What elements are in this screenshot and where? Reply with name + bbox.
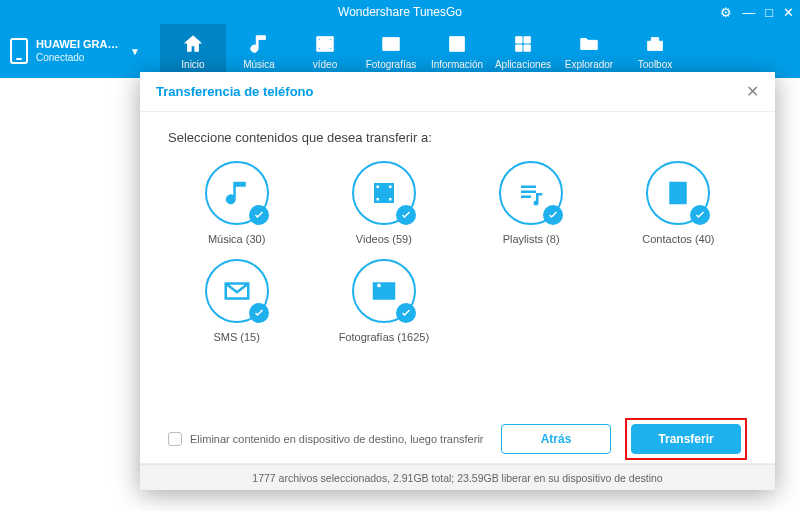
- videos-circle: [352, 161, 416, 225]
- tab-explorer[interactable]: Explorador: [556, 24, 622, 78]
- contact-book-icon: [663, 178, 693, 208]
- music-circle: [205, 161, 269, 225]
- dialog-header: Transferencia de teléfono ✕: [140, 72, 775, 112]
- video-icon: [314, 33, 336, 55]
- apps-icon: [512, 33, 534, 55]
- checkmark-icon: [396, 205, 416, 225]
- category-label: Videos (59): [356, 233, 412, 245]
- tab-music[interactable]: Música: [226, 24, 292, 78]
- checkbox-icon: [168, 432, 182, 446]
- window-controls: ⚙ ― □ ✕: [720, 0, 794, 24]
- top-bar: HUAWEI GRA-T... Conectado ▼ Inicio Músic…: [0, 24, 800, 78]
- music-icon: [248, 33, 270, 55]
- film-icon: [369, 178, 399, 208]
- tab-label: Información: [431, 59, 483, 70]
- contacts-circle: [646, 161, 710, 225]
- dialog-status-bar: 1777 archivos seleccionados, 2.91GB tota…: [140, 464, 775, 490]
- phone-icon: [10, 38, 28, 64]
- toolbox-icon: [644, 33, 666, 55]
- image-icon: [369, 276, 399, 306]
- category-label: SMS (15): [213, 331, 259, 343]
- checkmark-icon: [690, 205, 710, 225]
- chevron-down-icon: ▼: [130, 46, 140, 57]
- category-label: Fotografías (1625): [339, 331, 430, 343]
- music-note-icon: [222, 178, 252, 208]
- tab-photos[interactable]: Fotografías: [358, 24, 424, 78]
- playlists-circle: [499, 161, 563, 225]
- category-contacts[interactable]: Contactos (40): [610, 161, 747, 245]
- checkmark-icon: [543, 205, 563, 225]
- category-music[interactable]: Música (30): [168, 161, 305, 245]
- maximize-icon[interactable]: □: [765, 6, 773, 19]
- checkbox-label: Eliminar contenido en dispositivo de des…: [190, 433, 484, 445]
- sms-circle: [205, 259, 269, 323]
- category-grid: Música (30) Videos (59) Playlists (8): [168, 161, 747, 343]
- home-icon: [182, 33, 204, 55]
- dialog-footer: Eliminar contenido en dispositivo de des…: [140, 414, 775, 464]
- title-bar: Wondershare TunesGo ⚙ ― □ ✕: [0, 0, 800, 24]
- tab-label: Explorador: [565, 59, 613, 70]
- tab-info[interactable]: Información: [424, 24, 490, 78]
- category-playlists[interactable]: Playlists (8): [463, 161, 600, 245]
- device-name: HUAWEI GRA-T...: [36, 38, 122, 51]
- checkmark-icon: [249, 205, 269, 225]
- tab-toolbox[interactable]: Toolbox: [622, 24, 688, 78]
- gear-icon[interactable]: ⚙: [720, 6, 732, 19]
- tab-apps[interactable]: Aplicaciones: [490, 24, 556, 78]
- close-icon[interactable]: ✕: [783, 6, 794, 19]
- envelope-icon: [222, 276, 252, 306]
- device-status: Conectado: [36, 52, 122, 64]
- category-sms[interactable]: SMS (15): [168, 259, 305, 343]
- nav-tabs: Inicio Música vídeo Fotografías Informac…: [150, 24, 688, 78]
- back-button[interactable]: Atrás: [501, 424, 611, 454]
- tab-label: Aplicaciones: [495, 59, 551, 70]
- transfer-highlight: Transferir: [625, 418, 747, 460]
- tab-home[interactable]: Inicio: [160, 24, 226, 78]
- category-label: Contactos (40): [642, 233, 714, 245]
- photos-circle: [352, 259, 416, 323]
- app-title: Wondershare TunesGo: [338, 5, 462, 19]
- transfer-button[interactable]: Transferir: [631, 424, 741, 454]
- status-text: 1777 archivos seleccionados, 2.91GB tota…: [252, 472, 662, 484]
- category-videos[interactable]: Videos (59): [315, 161, 452, 245]
- minimize-icon[interactable]: ―: [742, 6, 755, 19]
- phone-transfer-dialog: Transferencia de teléfono ✕ Seleccione c…: [140, 72, 775, 490]
- dialog-close-icon[interactable]: ✕: [746, 82, 759, 101]
- tab-label: Música: [243, 59, 275, 70]
- tab-label: vídeo: [313, 59, 337, 70]
- photos-icon: [380, 33, 402, 55]
- dialog-title: Transferencia de teléfono: [156, 84, 314, 99]
- checkmark-icon: [396, 303, 416, 323]
- dialog-body: Seleccione contenidos que desea transfer…: [140, 112, 775, 414]
- folder-icon: [578, 33, 600, 55]
- category-label: Música (30): [208, 233, 265, 245]
- tab-label: Toolbox: [638, 59, 672, 70]
- tab-video[interactable]: vídeo: [292, 24, 358, 78]
- category-photos[interactable]: Fotografías (1625): [315, 259, 452, 343]
- playlist-icon: [516, 178, 546, 208]
- device-selector[interactable]: HUAWEI GRA-T... Conectado ▼: [0, 24, 150, 78]
- checkmark-icon: [249, 303, 269, 323]
- dialog-instruction: Seleccione contenidos que desea transfer…: [168, 130, 747, 145]
- tab-label: Inicio: [181, 59, 204, 70]
- contacts-icon: [446, 33, 468, 55]
- delete-first-checkbox[interactable]: Eliminar contenido en dispositivo de des…: [168, 432, 487, 446]
- tab-label: Fotografías: [366, 59, 417, 70]
- category-label: Playlists (8): [503, 233, 560, 245]
